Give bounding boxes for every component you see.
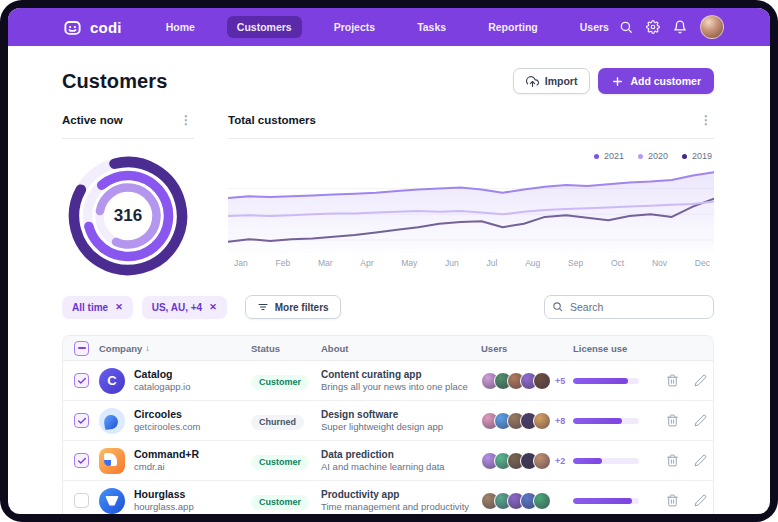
add-customer-label: Add customer [630,75,701,87]
pencil-icon [694,414,707,427]
month-label: Feb [275,258,290,268]
top-nav: codi HomeCustomersProjectsTasksReporting… [8,8,770,46]
nav-item-customers[interactable]: Customers [227,16,302,38]
about-title: Data prediction [321,448,481,461]
pencil-icon [694,374,707,387]
nav-item-reporting[interactable]: Reporting [478,16,548,38]
chip-close-icon[interactable]: ✕ [209,302,217,312]
row-checkbox[interactable] [74,373,89,388]
filter-lines-icon [257,301,269,313]
row-checkbox[interactable] [74,493,89,508]
trash-icon [666,454,679,467]
notifications-bell-icon[interactable] [673,20,687,34]
legend-item-2021: 2021 [594,151,624,161]
row-checkbox[interactable] [74,453,89,468]
delete-button[interactable] [661,450,683,472]
company-logo-catalog: C [99,368,125,394]
edit-button[interactable] [689,490,711,512]
main-content: Customers Import Add customer Active now [8,46,770,514]
filter-chip-all-time[interactable]: All time✕ [62,296,133,319]
avatar-overflow-count: +8 [555,416,565,426]
sort-desc-icon: ↓ [145,343,150,353]
chip-close-icon[interactable]: ✕ [115,302,123,312]
column-header-status: Status [251,343,321,354]
delete-button[interactable] [661,490,683,512]
status-badge: Customer [251,375,309,390]
pencil-icon [694,494,707,507]
filter-chip-us-au-4[interactable]: US, AU, +4✕ [142,296,227,319]
filter-row: All time✕US, AU, +4✕ More filters [62,295,714,319]
month-label: May [401,258,417,268]
nav-item-users[interactable]: Users [570,16,619,38]
column-header-users: Users [481,343,573,354]
company-logo-hourglass [99,488,125,514]
header-checkbox[interactable] [74,341,89,356]
month-label: Sep [568,258,583,268]
about-title: Content curating app [321,368,481,381]
active-now-panel: Active now ⋮ 316 [62,112,194,277]
company-name: Catalog [134,368,191,381]
page-head: Customers Import Add customer [62,68,714,94]
search-icon[interactable] [619,20,633,34]
delete-button[interactable] [661,410,683,432]
circooles-blob-glyph [103,413,119,429]
total-customers-kebab-menu-icon[interactable]: ⋮ [698,114,714,126]
about-subtitle: Time management and productivity [321,501,481,513]
delete-button[interactable] [661,370,683,392]
more-filters-button[interactable]: More filters [245,295,341,319]
column-header-about: About [321,343,481,354]
license-progress [573,418,639,424]
license-progress [573,458,639,464]
month-label: Dec [695,258,710,268]
active-now-kebab-menu-icon[interactable]: ⋮ [178,114,194,126]
edit-button[interactable] [689,410,711,432]
pencil-icon [694,454,707,467]
edit-button[interactable] [689,370,711,392]
license-progress [573,498,639,504]
plus-icon [611,75,624,88]
commandr-accent-glyph [104,460,111,466]
customers-table: Company↓StatusAboutUsersLicense use C Ca… [62,335,714,514]
avatar-overflow-count: +2 [555,456,565,466]
status-badge: Churned [251,415,304,430]
active-now-value: 316 [67,155,189,277]
column-header-license-use: License use [573,343,661,354]
row-checkbox[interactable] [74,413,89,428]
about-subtitle: Brings all your news into one place [321,381,481,393]
legend-dot-icon [682,154,687,159]
month-label: Nov [652,258,667,268]
user-avatar [533,412,551,430]
brand-name: codi [90,19,122,36]
settings-gear-icon[interactable] [646,20,660,34]
nav-item-tasks[interactable]: Tasks [407,16,456,38]
month-label: Jan [234,258,248,268]
column-header-company[interactable]: Company↓ [99,343,251,354]
search-box [544,295,714,319]
hourglass-glyph [105,496,119,506]
about-subtitle: AI and machine learning data [321,461,481,473]
brand[interactable]: codi [62,18,122,37]
user-avatar [533,372,551,390]
nav-item-projects[interactable]: Projects [324,16,385,38]
table-row-circooles: Circooles getcirooles.com Churned Design… [63,401,713,441]
edit-button[interactable] [689,450,711,472]
nav-item-home[interactable]: Home [156,16,205,38]
page-title: Customers [62,70,167,93]
search-input[interactable] [544,295,714,319]
import-button[interactable]: Import [513,68,591,94]
user-avatar[interactable] [700,15,724,39]
user-avatar [533,452,551,470]
line-chart-svg [228,167,714,253]
chip-label: US, AU, +4 [152,302,202,313]
search-icon [552,301,563,312]
company-name: Circooles [134,408,201,421]
line-chart [228,167,714,253]
about-title: Productivity app [321,488,481,501]
add-customer-button[interactable]: Add customer [598,68,714,94]
nav-right [619,15,724,39]
month-label: Oct [611,258,624,268]
legend-item-2020: 2020 [638,151,668,161]
month-label: Aug [525,258,540,268]
about-title: Design software [321,408,481,421]
trash-icon [666,414,679,427]
